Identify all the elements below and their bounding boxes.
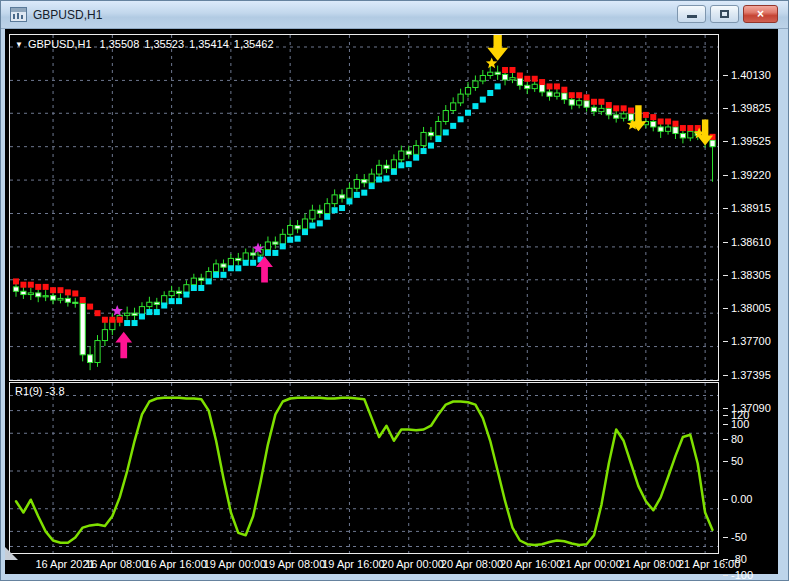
axis-tick-mark	[723, 461, 728, 462]
price-tick-label: 1.39525	[723, 136, 771, 147]
ohlc-open: 1,35508	[100, 38, 140, 50]
indicator-panel: R1(9) -3.8	[9, 382, 719, 554]
price-tick-label: 1.37700	[723, 336, 771, 347]
axis-tick-mark	[723, 439, 728, 440]
buy-star-icon	[112, 305, 123, 316]
time-tick-label: 21 Apr 16:00	[664, 558, 754, 570]
price-tick-label: 1.38915	[723, 203, 771, 214]
main-chart-panel: ▼ GBPUSD,H1 1,35508 1,35523 1,35414 1,35…	[9, 34, 719, 381]
axis-tick-mark	[723, 341, 728, 342]
axis-tick-mark	[723, 175, 728, 176]
ohlc-high: 1,35523	[144, 38, 184, 50]
price-axis[interactable]: 1.401301.398251.395251.392201.389151.386…	[723, 63, 781, 410]
axis-tick-mark	[723, 308, 728, 309]
sell-arrow-icon	[487, 35, 508, 61]
axis-tick-mark	[723, 415, 728, 416]
signals-layer	[112, 35, 714, 358]
window-controls: ×	[677, 5, 778, 23]
main-chart-canvas[interactable]	[10, 35, 718, 380]
indicator-tick-label: 80	[723, 434, 743, 445]
axis-tick-mark	[723, 108, 728, 109]
buy-arrow-icon	[115, 332, 132, 358]
minimize-button[interactable]	[677, 5, 706, 23]
minimize-icon	[687, 15, 697, 18]
maximize-icon	[720, 10, 729, 18]
main-grid-layer	[10, 35, 718, 380]
window-titlebar[interactable]: GBPUSD,H1 ×	[1, 1, 788, 29]
candles-layer	[13, 66, 715, 371]
price-tick-label: 1.39825	[723, 103, 771, 114]
symbol-label: GBPUSD,H1	[28, 38, 92, 50]
axis-tick-mark	[723, 375, 728, 376]
axis-tick-mark	[723, 408, 728, 409]
indicator-tick-label: 100	[723, 419, 749, 430]
indicator-tick-label: 0.00	[723, 494, 752, 505]
axis-tick-mark	[723, 208, 728, 209]
chart-ohlc-header: ▼ GBPUSD,H1 1,35508 1,35523 1,35414 1,35…	[15, 38, 279, 50]
price-tick-label: 1.39220	[723, 170, 771, 181]
axis-tick-mark	[723, 575, 728, 576]
chart-window: GBPUSD,H1 × ▼ GBPUSD,H1 1,35508 1,35523 …	[0, 0, 789, 581]
panel-resize-grip[interactable]	[5, 547, 18, 560]
indicator-label: R1(9) -3.8	[15, 385, 65, 397]
chart-client-area: ▼ GBPUSD,H1 1,35508 1,35523 1,35414 1,35…	[5, 29, 778, 574]
indicator-tick-label: -50	[723, 532, 747, 543]
time-axis[interactable]: 16 Apr 202116 Apr 08:0016 Apr 16:0019 Ap…	[9, 556, 778, 573]
indicator-tick-label: 50	[723, 456, 743, 467]
axis-tick-mark	[723, 141, 728, 142]
ohlc-close: 1,35462	[234, 38, 274, 50]
axis-tick-mark	[723, 75, 728, 76]
window-title: GBPUSD,H1	[33, 8, 102, 22]
trend-squares-layer	[13, 67, 716, 326]
axis-tick-mark	[723, 424, 728, 425]
maximize-button[interactable]	[710, 5, 739, 23]
price-tick-label: 1.38305	[723, 270, 771, 281]
axis-tick-mark	[723, 537, 728, 538]
symbol-dropdown-icon[interactable]: ▼	[15, 40, 23, 49]
sell-star-icon	[486, 57, 498, 68]
axis-tick-mark	[723, 242, 728, 243]
close-button[interactable]: ×	[743, 5, 778, 23]
axis-tick-mark	[723, 275, 728, 276]
price-tick-label: 1.37395	[723, 370, 771, 381]
indicator-grid-layer	[10, 383, 718, 553]
oscillator-line	[16, 398, 713, 545]
price-tick-label: 1.40130	[723, 70, 771, 81]
price-tick-label: 1.38610	[723, 237, 771, 248]
axis-tick-mark	[723, 499, 728, 500]
ohlc-low: 1,35414	[189, 38, 229, 50]
indicator-canvas[interactable]	[10, 383, 718, 553]
price-tick-label: 1.38005	[723, 303, 771, 314]
chart-icon	[10, 7, 27, 22]
